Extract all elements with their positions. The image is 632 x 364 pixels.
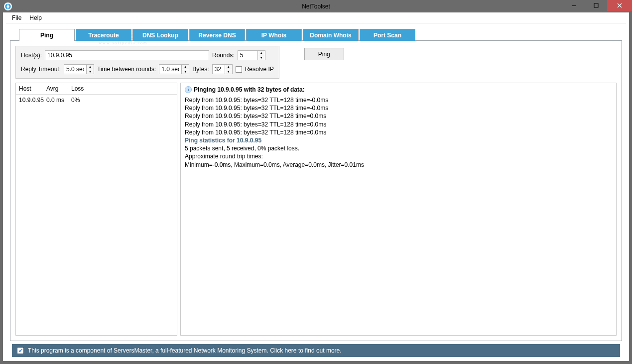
ping-button[interactable]: Ping	[304, 48, 344, 60]
tab-port-scan[interactable]: Port Scan	[360, 29, 415, 41]
cell-avg: 0.0 ms	[43, 95, 68, 106]
svg-rect-2	[7, 3, 8, 9]
bytes-spinner[interactable]: ▲▼	[212, 64, 233, 74]
tab-label: DNS Lookup	[142, 32, 178, 39]
resolve-ip-label: Resolve IP	[245, 66, 274, 73]
spin-up-icon[interactable]: ▲	[225, 65, 232, 69]
col-loss[interactable]: Loss	[68, 83, 177, 94]
tab-label: IP Whois	[261, 32, 286, 39]
spin-down-icon[interactable]: ▼	[258, 55, 265, 60]
menu-file[interactable]: File	[8, 13, 25, 22]
tab-strip: Ping Traceroute DNS Lookup Reverse DNS I…	[19, 28, 622, 40]
output-line: Reply from 10.9.0.95: bytes=32 TTL=128 t…	[185, 104, 612, 112]
footer-checkbox[interactable]: ✔	[17, 347, 24, 354]
spin-up-icon[interactable]: ▲	[258, 51, 265, 55]
output-body: Reply from 10.9.0.95: bytes=32 TTL=128 t…	[185, 96, 612, 169]
spin-down-icon[interactable]: ▼	[225, 69, 232, 74]
reply-timeout-input[interactable]	[64, 64, 86, 74]
bytes-label: Bytes:	[192, 66, 209, 73]
close-button[interactable]	[607, 0, 632, 11]
reply-timeout-label: Reply Timeout:	[21, 66, 61, 73]
tab-label: Ping	[40, 32, 53, 39]
spin-down-icon[interactable]: ▼	[182, 69, 189, 74]
info-icon: i	[185, 86, 192, 93]
tab-label: Port Scan	[374, 32, 401, 39]
stats-header: Ping statistics for 10.9.0.95	[185, 136, 612, 144]
footer-text: This program is a component of ServersMa…	[28, 347, 342, 354]
output-title: i Pinging 10.9.0.95 with 32 bytes of dat…	[185, 86, 612, 93]
menu-bar: File Help	[6, 12, 626, 23]
output-line: Reply from 10.9.0.95: bytes=32 TTL=128 t…	[185, 128, 612, 136]
bytes-input[interactable]	[212, 64, 225, 74]
tab-ping[interactable]: Ping	[19, 29, 75, 41]
output-title-text: Pinging 10.9.0.95 with 32 bytes of data:	[194, 86, 305, 93]
footer-bar[interactable]: ✔ This program is a component of Servers…	[12, 344, 620, 357]
tab-domain-whois[interactable]: Domain Whois	[303, 29, 359, 41]
cell-host: 10.9.0.95	[16, 95, 43, 106]
rounds-input[interactable]	[238, 50, 257, 60]
results-grid: Host Avrg Loss 10.9.0.95 0.0 ms 0%	[15, 83, 177, 336]
output-pane[interactable]: i Pinging 10.9.0.95 with 32 bytes of dat…	[180, 83, 617, 336]
col-host[interactable]: Host	[16, 83, 43, 94]
resolve-ip-checkbox[interactable]	[236, 66, 242, 73]
minimize-button[interactable]	[562, 0, 585, 11]
spin-down-icon[interactable]: ▼	[87, 69, 94, 74]
time-between-spinner[interactable]: ▲▼	[159, 64, 189, 74]
output-line: Reply from 10.9.0.95: bytes=32 TTL=128 t…	[185, 121, 612, 128]
tab-dns-lookup[interactable]: DNS Lookup	[132, 29, 188, 41]
svg-rect-3	[572, 5, 576, 6]
ping-params: Host(s): Rounds: ▲▼ Reply Timeout: ▲▼	[15, 46, 279, 79]
app-icon	[4, 2, 12, 10]
time-between-input[interactable]	[159, 64, 181, 74]
tab-traceroute[interactable]: Traceroute	[76, 29, 131, 41]
reply-timeout-spinner[interactable]: ▲▼	[64, 64, 94, 74]
rounds-spinner[interactable]: ▲▼	[238, 50, 265, 60]
cell-loss: 0%	[68, 95, 177, 106]
title-bar: NetToolset	[0, 0, 632, 12]
col-avg[interactable]: Avrg	[43, 83, 68, 94]
tab-ip-whois[interactable]: IP Whois	[246, 29, 302, 41]
stats-line: Minimum=-0.0ms, Maximum=0.0ms, Average=0…	[185, 161, 612, 169]
hosts-label: Host(s):	[21, 52, 42, 59]
spin-up-icon[interactable]: ▲	[87, 65, 94, 69]
time-between-label: Time between rounds:	[97, 66, 156, 73]
output-line: Reply from 10.9.0.95: bytes=32 TTL=128 t…	[185, 112, 612, 120]
menu-help[interactable]: Help	[25, 13, 46, 22]
svg-rect-4	[594, 3, 598, 7]
stats-line: Approximate round trip times:	[185, 152, 612, 160]
spin-up-icon[interactable]: ▲	[182, 65, 189, 69]
window-title: NetToolset	[302, 3, 330, 10]
maximize-button[interactable]	[585, 0, 607, 11]
stats-line: 5 packets sent, 5 received, 0% packet lo…	[185, 144, 612, 152]
tab-label: Domain Whois	[310, 32, 351, 39]
table-row[interactable]: 10.9.0.95 0.0 ms 0%	[16, 95, 177, 106]
hosts-input[interactable]	[45, 50, 209, 60]
tab-reverse-dns[interactable]: Reverse DNS	[189, 29, 245, 41]
output-line: Reply from 10.9.0.95: bytes=32 TTL=128 t…	[185, 96, 612, 104]
tab-content: Host(s): Rounds: ▲▼ Reply Timeout: ▲▼	[10, 40, 622, 341]
tab-label: Traceroute	[88, 32, 119, 39]
rounds-label: Rounds:	[212, 52, 235, 59]
tab-label: Reverse DNS	[198, 32, 236, 39]
